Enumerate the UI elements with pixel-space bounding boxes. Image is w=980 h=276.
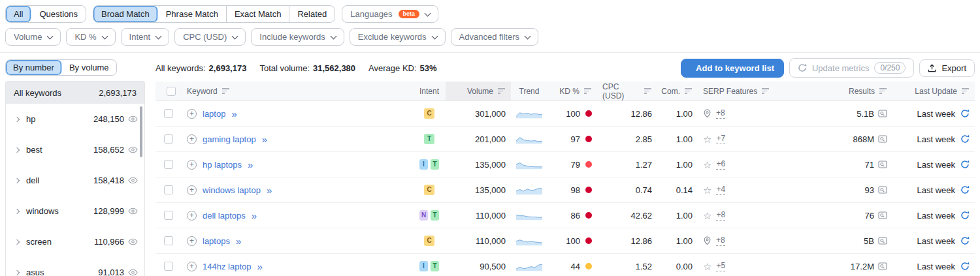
serp-preview-icon[interactable]: [878, 262, 887, 270]
tab-phrase-match[interactable]: Phrase Match: [158, 6, 227, 22]
add-keyword-icon[interactable]: +: [187, 211, 197, 221]
tab-questions[interactable]: Questions: [31, 6, 86, 22]
sidebar-group-screen[interactable]: screen 110,966: [6, 226, 144, 257]
column-header-kd[interactable]: KD %: [547, 82, 597, 100]
tab-related[interactable]: Related: [289, 6, 335, 22]
column-header-intent[interactable]: Intent: [413, 82, 446, 100]
expand-keyword-icon[interactable]: »: [267, 185, 272, 196]
expand-keyword-icon[interactable]: »: [231, 108, 237, 119]
eye-icon[interactable]: [128, 115, 138, 123]
serp-preview-icon[interactable]: [878, 211, 887, 219]
sidebar-group-asus[interactable]: asus 91,013: [6, 257, 144, 276]
keyword-link[interactable]: 144hz laptop: [203, 262, 251, 271]
sort-icon[interactable]: [879, 88, 887, 94]
add-keyword-icon[interactable]: +: [187, 262, 197, 271]
add-to-keyword-list-button[interactable]: Add to keyword list: [681, 59, 784, 78]
column-header-cpc[interactable]: CPC (USD): [597, 82, 657, 100]
expand-keyword-icon[interactable]: »: [257, 261, 262, 272]
keyword-link[interactable]: laptops: [203, 236, 230, 246]
select-all-checkbox[interactable]: [167, 87, 176, 96]
sort-icon[interactable]: [644, 88, 652, 94]
column-header-keyword[interactable]: Keyword: [182, 82, 413, 100]
column-header-com[interactable]: Com.: [657, 82, 698, 100]
serp-preview-icon[interactable]: [878, 237, 887, 245]
refresh-icon[interactable]: [960, 211, 970, 220]
refresh-icon[interactable]: [960, 236, 970, 245]
sort-icon[interactable]: [584, 88, 592, 94]
export-button[interactable]: Export: [919, 59, 975, 77]
refresh-icon[interactable]: [960, 134, 970, 144]
expand-keyword-icon[interactable]: »: [262, 134, 267, 145]
serp-preview-icon[interactable]: [878, 110, 887, 117]
update-metrics-button[interactable]: Update metrics 0/250: [789, 58, 914, 78]
eye-icon[interactable]: [128, 146, 138, 153]
row-checkbox[interactable]: [164, 134, 173, 144]
languages-dropdown[interactable]: Languages beta: [342, 5, 438, 23]
eye-icon[interactable]: [128, 269, 138, 276]
tab-broad-match[interactable]: Broad Match: [93, 6, 158, 22]
eye-icon[interactable]: [128, 207, 138, 215]
all-keywords-row[interactable]: All keywords 2,693,173: [6, 82, 144, 104]
refresh-icon[interactable]: [960, 109, 970, 118]
row-checkbox[interactable]: [164, 109, 173, 118]
filter-kd-[interactable]: KD %: [66, 28, 115, 46]
keyword-link[interactable]: dell laptops: [203, 211, 246, 221]
keyword-link[interactable]: windows laptop: [203, 185, 261, 195]
add-keyword-icon[interactable]: +: [187, 160, 197, 170]
eye-icon[interactable]: [128, 238, 138, 245]
sort-icon[interactable]: [222, 88, 230, 94]
sort-icon[interactable]: [498, 88, 506, 94]
column-header-results[interactable]: Results: [796, 82, 892, 100]
column-header-last-update[interactable]: Last Update: [892, 82, 975, 100]
expand-keyword-icon[interactable]: »: [236, 236, 241, 247]
serp-features-more[interactable]: +4: [716, 185, 725, 195]
eye-icon[interactable]: [128, 177, 138, 184]
filter-advanced-filters[interactable]: Advanced filters: [451, 28, 539, 46]
toggle-by-number[interactable]: By number: [6, 60, 62, 75]
keyword-link[interactable]: laptop: [203, 109, 225, 119]
serp-preview-icon[interactable]: [878, 161, 887, 168]
row-checkbox[interactable]: [164, 236, 173, 245]
row-checkbox[interactable]: [164, 262, 173, 271]
keyword-link[interactable]: gaming laptop: [203, 134, 256, 144]
sidebar-scrollbar[interactable]: [140, 106, 142, 157]
filter-intent[interactable]: Intent: [121, 28, 170, 46]
filter-volume[interactable]: Volume: [5, 28, 61, 46]
serp-preview-icon[interactable]: [878, 135, 887, 143]
keyword-link[interactable]: hp laptops: [203, 160, 242, 170]
serp-features-more[interactable]: +7: [716, 134, 725, 144]
expand-keyword-icon[interactable]: »: [252, 210, 257, 221]
sidebar-group-dell[interactable]: dell 158,418: [6, 165, 144, 196]
add-keyword-icon[interactable]: +: [187, 134, 197, 144]
serp-features-more[interactable]: +8: [716, 108, 725, 119]
sort-icon[interactable]: [962, 88, 970, 94]
column-header-volume[interactable]: Volume: [446, 82, 511, 100]
sidebar-group-best[interactable]: best 158,652: [6, 134, 144, 165]
serp-features-more[interactable]: +8: [716, 236, 725, 246]
filter-cpc-usd-[interactable]: CPC (USD): [174, 28, 246, 46]
tab-exact-match[interactable]: Exact Match: [227, 6, 290, 22]
tab-all[interactable]: All: [6, 6, 31, 22]
column-header-select-all[interactable]: [155, 82, 182, 100]
serp-features-more[interactable]: +6: [716, 159, 725, 170]
serp-features-more[interactable]: +5: [716, 261, 725, 271]
filter-include-keywords[interactable]: Include keywords: [251, 28, 344, 46]
sidebar-group-windows[interactable]: windows 128,999: [6, 196, 144, 226]
add-keyword-icon[interactable]: +: [187, 185, 197, 195]
filter-exclude-keywords[interactable]: Exclude keywords: [350, 28, 446, 46]
add-keyword-icon[interactable]: +: [187, 109, 197, 119]
column-header-trend[interactable]: Trend: [511, 82, 547, 100]
sort-icon[interactable]: [762, 88, 770, 94]
refresh-icon[interactable]: [960, 185, 970, 194]
refresh-icon[interactable]: [960, 160, 970, 169]
refresh-icon[interactable]: [960, 262, 970, 271]
serp-features-more[interactable]: +8: [716, 210, 725, 221]
expand-keyword-icon[interactable]: »: [248, 159, 253, 170]
row-checkbox[interactable]: [164, 185, 173, 194]
sort-icon[interactable]: [685, 88, 693, 94]
row-checkbox[interactable]: [164, 160, 173, 169]
column-header-serp-features[interactable]: SERP Features: [698, 82, 796, 100]
serp-preview-icon[interactable]: [878, 186, 887, 194]
toggle-by-volume[interactable]: By volume: [62, 60, 116, 75]
row-checkbox[interactable]: [164, 211, 173, 220]
